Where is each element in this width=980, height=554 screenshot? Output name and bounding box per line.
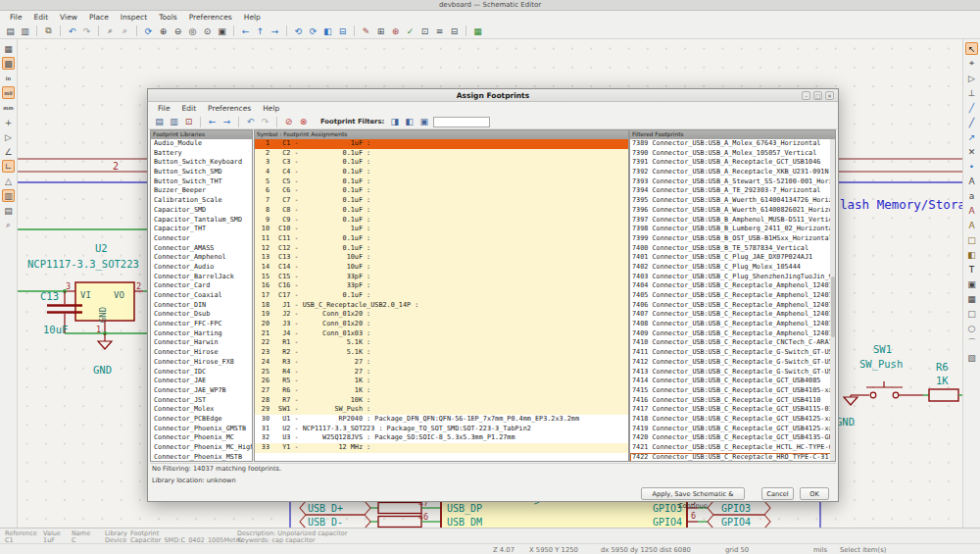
window-titlebar[interactable]: devboard — Schematic Editor <box>0 0 980 11</box>
series-resistors[interactable] <box>370 503 441 528</box>
symbol-assignment-row[interactable]: 7 C7 - 0.1uF : <box>255 196 628 206</box>
grid-overrides-icon[interactable]: ▩ <box>2 57 15 70</box>
mirror-h-icon[interactable]: ◧ <box>321 25 334 37</box>
symbol-assignment-row[interactable]: 19 J2 - Conn_01x20 : <box>255 310 628 320</box>
switch-sw1[interactable]: SW1 SW_Push <box>851 343 923 398</box>
save-icon[interactable]: ▤ <box>4 25 17 37</box>
library-list-item[interactable]: Connector_Amphenol <box>151 253 252 263</box>
cancel-button[interactable]: Cancel <box>761 487 794 500</box>
footprint-list-item[interactable]: 7396 Connector_USB:USB_A_Wuerth_61400826… <box>630 206 835 216</box>
library-list-item[interactable]: Connector_JST <box>151 396 252 406</box>
flash-sheet-name[interactable]: lash Memory/Stora <box>840 197 962 212</box>
hier-label-gpio3[interactable]: GPIO3 <box>708 501 770 515</box>
scrollbar-thumb[interactable] <box>831 277 835 337</box>
units-mils-icon[interactable]: mil <box>2 86 15 99</box>
redo-icon[interactable]: ↷ <box>80 25 93 37</box>
library-list-item[interactable]: Connector_IDC <box>151 368 252 378</box>
menu-help[interactable]: Help <box>238 11 267 24</box>
library-list-item[interactable]: Button_Switch_Keyboard <box>151 158 252 168</box>
dialog-menu-help[interactable]: Help <box>257 102 285 115</box>
footprint-list-item[interactable]: 7410 Connector_USB:USB_C_Receptacle_CNCT… <box>630 338 835 348</box>
footprint-list-item[interactable]: 7407 Connector_USB:USB_C_Receptacle_Amph… <box>630 310 835 320</box>
delete-assignment-icon[interactable]: ⊘ <box>282 116 295 128</box>
print-icon[interactable]: ▥ <box>19 25 31 37</box>
add-hier-label-icon[interactable]: A <box>965 219 978 231</box>
zoom-fit-icon[interactable]: ◎ <box>186 25 199 37</box>
dialog-titlebar[interactable]: Assign Footprints <box>148 89 838 102</box>
library-list-item[interactable]: Capacitor_THT <box>151 225 252 234</box>
hier-label-usb-dplus[interactable]: USB_D+ <box>300 501 370 515</box>
menu-tools[interactable]: Tools <box>153 11 182 24</box>
symbol-assignment-row[interactable]: 15 C15 - 33pF : <box>255 273 628 282</box>
delete-all-assignments-icon[interactable]: ⊗ <box>297 116 310 128</box>
nav-forward-icon[interactable]: → <box>269 25 281 37</box>
symbol-assignment-row[interactable]: 10 C10 - 1uF : <box>255 225 628 234</box>
footprint-list-item[interactable]: 7411 Connector_USB:USB_C_Receptacle_G-Sw… <box>630 348 835 358</box>
library-list-item[interactable]: Connector_FFC-FPC <box>151 320 252 329</box>
add-net-class-icon[interactable]: a <box>965 189 978 202</box>
footprint-list-item[interactable]: 7418 Connector_USB:USB_C_Receptacle_GCT_… <box>630 415 835 425</box>
symbol-assignment-row[interactable]: 17 C17 - 0.1uF : <box>255 291 628 301</box>
library-list-item[interactable]: Battery <box>151 149 252 159</box>
library-list-item[interactable]: Button_Switch_SMD <box>151 168 252 177</box>
dialog-maximize-button[interactable]: □ <box>813 91 822 100</box>
find-replace-icon[interactable]: ⌕ <box>119 25 131 37</box>
erc-icon[interactable]: ✓ <box>404 25 416 37</box>
assign-footprints-icon[interactable]: ⊡ <box>418 25 431 37</box>
menu-file[interactable]: File <box>4 11 28 24</box>
library-list-item[interactable]: Connector_JAE_WP7B <box>151 386 252 396</box>
footprint-list-item[interactable]: 7416 Connector_USB:USB_C_Receptacle_GCT_… <box>630 396 835 406</box>
symbol-assignment-row[interactable]: 6 C6 - 0.1uF : <box>255 186 628 196</box>
edit-symbols-icon[interactable]: ✎ <box>360 25 372 37</box>
symbol-fields-table-icon[interactable]: ⊞ <box>374 25 387 37</box>
units-mm-icon[interactable]: mm <box>2 101 15 114</box>
footprint-list-item[interactable]: 7395 Connector_USB:USB_A_Wuerth_61400413… <box>630 196 835 206</box>
zoom-in-icon[interactable]: ⊕ <box>157 25 170 37</box>
dialog-minimize-button[interactable]: – <box>802 91 810 100</box>
library-list-item[interactable]: Connector_Phoenix_MC <box>151 433 252 443</box>
ok-button[interactable]: OK <box>800 487 829 500</box>
footprint-list-item[interactable]: 7400 Connector_USB:USB_B_TE_5787834_Vert… <box>630 244 835 254</box>
footprint-browser-icon[interactable]: ⊡ <box>182 116 195 128</box>
symbol-assignment-row[interactable]: 32 U3 - W25Q128JVS : Package_SO:SOIC-8_5… <box>255 433 628 443</box>
add-sheet-icon[interactable]: □ <box>965 233 978 246</box>
footprint-list-item[interactable]: 7405 Connector_USB:USB_C_Receptacle_Amph… <box>630 291 835 301</box>
library-list-item[interactable]: Buzzer_Beeper <box>151 186 252 196</box>
menu-edit[interactable]: Edit <box>28 11 55 24</box>
footprint-filter-input[interactable] <box>433 117 490 127</box>
footprint-list-item[interactable]: 7398 Connector_USB:USB_B_Lumberg_2411_02… <box>630 225 835 234</box>
add-image-icon[interactable]: ▧ <box>965 351 978 364</box>
symbol-assignment-row[interactable]: 33 Y1 - 12 MHz : <box>255 443 628 453</box>
footprint-list-item[interactable]: 7399 Connector_USB:USB_B_OST_USB-B1HSxx_… <box>630 234 835 244</box>
find-icon[interactable]: ⌕ <box>104 25 117 37</box>
library-list-item[interactable]: Connector_Phoenix_GMSTB <box>151 425 252 434</box>
symbol-assignment-row[interactable]: 28 R7 - 10K : <box>255 396 628 406</box>
footprint-list-item[interactable]: 7409 Connector_USB:USB_C_Receptacle_Amph… <box>630 329 835 339</box>
footprint-list-item[interactable]: 7415 Connector_USB:USB_C_Receptacle_GCT_… <box>630 386 835 396</box>
footprint-list-item[interactable]: 7408 Connector_USB:USB_C_Receptacle_Amph… <box>630 320 835 329</box>
bom-icon[interactable]: ≡ <box>433 25 446 37</box>
footprint-list-item[interactable]: 7390 Connector_USB:USB_A_Molex_105057_Ve… <box>630 149 835 159</box>
add-textbox-icon[interactable]: ▣ <box>965 277 978 290</box>
properties-panel-icon[interactable]: ▤ <box>2 204 15 217</box>
footprint-list-item[interactable]: 7419 Connector_USB:USB_C_Receptacle_GCT_… <box>630 425 835 434</box>
refresh-icon[interactable]: ⟳ <box>142 25 155 37</box>
symbol-assignment-row[interactable]: 1 C1 - 1uF : <box>255 139 628 149</box>
library-list-item[interactable]: Calibration_Scale <box>151 196 252 206</box>
symbol-assignment-row[interactable]: 16 C16 - 33pF : <box>255 281 628 291</box>
next-unassigned-icon[interactable]: → <box>220 116 233 128</box>
menu-preferences[interactable]: Preferences <box>183 11 238 24</box>
hier-label-usb-dminus[interactable]: USB_D- <box>300 515 370 528</box>
units-inches-icon[interactable]: in <box>2 72 15 84</box>
mirror-v-icon[interactable]: ⊟ <box>336 25 349 37</box>
gnd-symbol-right[interactable]: GND <box>836 395 858 428</box>
add-power-icon[interactable]: ⊥ <box>965 86 978 99</box>
footprint-list-item[interactable]: 7389 Connector_USB:USB_A_Molex_67643_Hor… <box>630 139 835 149</box>
symbol-assignment-row[interactable]: 3 C3 - 0.1uF : <box>255 158 628 168</box>
dialog-menu-preferences[interactable]: Preferences <box>202 102 257 115</box>
paste-icon[interactable]: ⧉ <box>42 25 55 37</box>
wire-to-bus-entry-icon[interactable]: ↗ <box>965 130 978 143</box>
library-list-item[interactable]: Connector_Coaxial <box>151 291 252 301</box>
45-angle-icon[interactable]: △ <box>2 175 15 187</box>
add-symbol-icon[interactable]: ▷ <box>965 72 978 84</box>
